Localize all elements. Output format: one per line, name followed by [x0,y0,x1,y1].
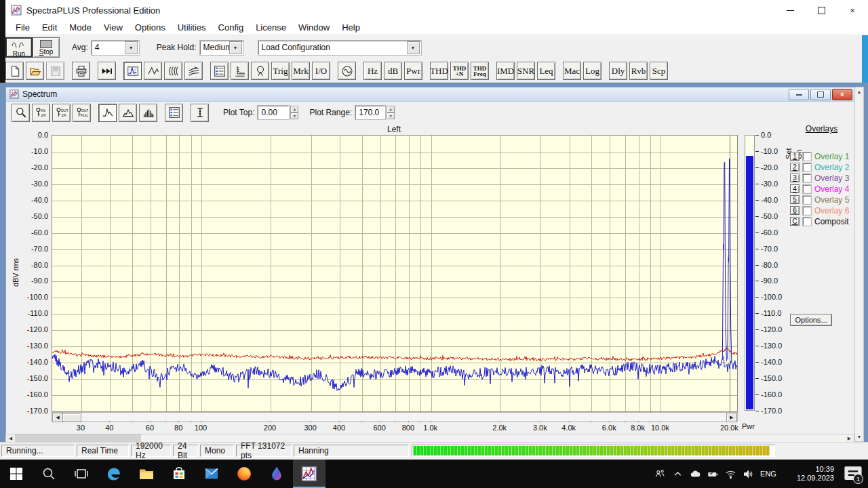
menu-item-file[interactable]: File [9,22,36,33]
delay-button[interactable]: Dly [609,62,627,80]
macro-button[interactable]: Mac [563,62,581,80]
plot-top-input[interactable]: 0.00 [258,106,289,119]
fast-forward-button[interactable] [98,62,116,80]
time-series-view-button[interactable] [144,62,162,80]
bar-plot-button[interactable] [139,104,157,122]
decibels-button[interactable]: dB [384,62,402,80]
plot-horizontal-scrollbar[interactable]: ◀ ▶ [52,412,738,422]
overlay-on-checkbox-c[interactable] [803,218,811,226]
power-button[interactable]: Pwr [404,62,422,80]
logging-button[interactable]: Log [583,62,601,80]
spinner-up-icon[interactable]: ▲ [387,106,395,113]
taskbar-search-icon[interactable] [33,460,65,488]
taskbar-paint3d-icon[interactable] [260,460,293,488]
overlay-on-checkbox-3[interactable] [803,174,811,182]
menu-item-options[interactable]: Options [129,22,172,33]
plot-range-input[interactable]: 170.0 [355,106,385,119]
thd-button[interactable]: THD [430,62,448,80]
plot-top-spinner[interactable]: ▲▼ [290,106,298,119]
analyzer-view-button[interactable] [123,62,142,80]
spectrum-minimize-button[interactable] [789,89,809,100]
display-options-button[interactable] [210,62,229,80]
spinner-down-icon[interactable]: ▼ [387,113,395,119]
overlay-on-checkbox-2[interactable] [803,163,811,171]
menu-item-window[interactable]: Window [292,22,336,33]
chevron-down-icon[interactable]: ▼ [125,41,138,54]
menu-item-license[interactable]: License [250,22,292,33]
signal-generator-button[interactable] [338,62,356,80]
marker-tool-button[interactable] [191,104,209,122]
zoom-out-full-button[interactable]: OUTFULL [73,104,91,122]
overlay-set-button-1[interactable]: 1 [790,152,800,161]
menu-item-utilities[interactable]: Utilities [172,22,212,33]
mdi-scroll-thumb[interactable] [15,434,141,442]
plot-range-spinner[interactable]: ▲▼ [387,106,395,119]
action-center-icon[interactable]: 1 [841,460,865,488]
trigger-button[interactable]: Trig [271,62,290,80]
scaling-button[interactable] [231,62,249,80]
spinner-up-icon[interactable]: ▲ [290,106,298,113]
tray-wifi-icon[interactable] [722,460,739,488]
plot-scroll-thumb[interactable] [62,413,81,422]
taskbar-start-icon[interactable] [0,460,33,488]
print-button[interactable] [72,62,90,80]
minimize-button[interactable] [774,0,806,20]
scroll-down-icon[interactable]: ▼ [855,432,863,441]
overlay-on-checkbox-5[interactable] [803,196,811,204]
taskbar-file-explorer-icon[interactable] [130,460,163,488]
taskbar-store-icon[interactable] [163,460,195,488]
zoom-in-2x-button[interactable]: IN2X [32,104,50,122]
taskbar-mail-icon[interactable] [195,460,228,488]
mdi-vertical-scrollbar[interactable]: ▲ ▼ [854,87,864,442]
overlays-options-button[interactable]: Options... [790,314,832,326]
scroll-right-icon[interactable]: ▶ [845,434,854,442]
display-options-button[interactable] [165,104,183,122]
scope-button[interactable]: Scp [650,62,668,80]
chevron-down-icon[interactable]: ▼ [229,41,242,54]
overlay-set-button-c[interactable]: C [790,217,800,226]
peak-hold-combobox[interactable]: Medium ▼ [200,41,243,55]
run-button[interactable]: Run [5,37,33,58]
spinner-down-icon[interactable]: ▼ [290,113,298,119]
thd-freq-button[interactable]: THDFreq [471,62,489,80]
reverb-button[interactable]: Rvb [629,62,648,80]
overlay-set-button-3[interactable]: 3 [790,174,800,182]
tray-people-icon[interactable] [651,460,669,488]
language-indicator[interactable]: ENG [757,470,780,478]
surface-view-button[interactable] [184,62,203,80]
overlay-set-button-4[interactable]: 4 [790,184,800,193]
input-output-button[interactable]: I/O [312,62,330,80]
spectrum-title-bar[interactable]: Spectrum [6,87,855,102]
scroll-left-icon[interactable]: ◀ [6,434,15,442]
markers-button[interactable]: Mrk [292,62,310,80]
zoom-out-2x-button[interactable]: OUT2X [52,104,71,122]
close-button[interactable]: × [837,0,868,20]
open-file-button[interactable] [26,62,44,80]
thd-n-button[interactable]: THD+N [450,62,469,80]
frequency-button[interactable]: Hz [363,62,382,80]
zoom-button[interactable] [12,104,30,122]
scroll-right-icon[interactable]: ▶ [726,413,737,422]
chevron-down-icon[interactable]: ▼ [407,41,420,54]
taskbar-edge-icon[interactable] [98,460,130,488]
imd-button[interactable]: IMD [496,62,515,80]
calibration-button[interactable] [251,62,269,80]
new-file-button[interactable] [5,62,24,80]
scroll-left-icon[interactable]: ◀ [52,413,63,422]
menu-item-mode[interactable]: Mode [63,22,98,33]
maximize-button[interactable] [806,0,837,20]
leq-button[interactable]: Leq [537,62,555,80]
stop-button[interactable]: Stop [33,37,60,58]
overlay-on-checkbox-4[interactable] [803,185,811,193]
tray-volume-icon[interactable] [739,460,757,488]
spectrum-close-button[interactable]: × [832,89,852,100]
menu-item-view[interactable]: View [98,22,129,33]
menu-item-config[interactable]: Config [212,22,250,33]
overlay-on-checkbox-1[interactable] [803,152,811,161]
avg-combobox[interactable]: 4 ▼ [92,41,139,55]
filled-plot-button[interactable] [119,104,137,122]
spectrum-maximize-button[interactable] [810,89,831,100]
load-configuration-combobox[interactable]: Load Configuration ▼ [258,41,421,55]
save-file-button[interactable] [46,62,64,80]
tray-onedrive-icon[interactable] [686,460,704,488]
